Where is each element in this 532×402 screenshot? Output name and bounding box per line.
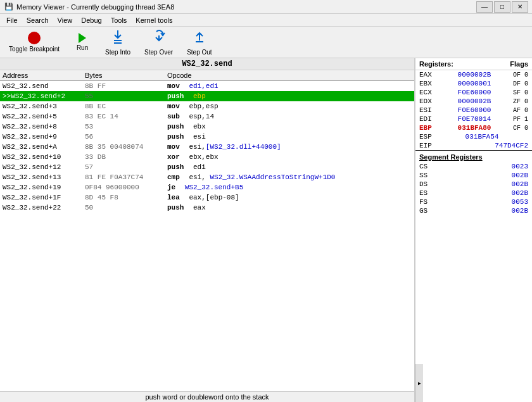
table-row[interactable]: WS2_32.send 8B FF mov edi,edi [0,81,414,91]
row-opcode: mov esi,[WS2_32.dll+44000] [167,143,412,151]
registers-header: Registers: Flags [415,58,532,70]
flags-label: Flags [510,60,528,68]
menu-debug[interactable]: Debug [77,15,105,25]
table-row[interactable]: WS2_32.send+10 33 DB xor ebx,ebx [0,152,414,162]
register-row-gs: GS 002B [415,206,532,215]
table-row[interactable]: WS2_32.send+A 8B 35 00408074 mov esi,[WS… [0,142,414,152]
window-title: Memory Viewer - Currently debugging thre… [16,3,476,11]
table-row[interactable]: WS2_32.send+5 83 EC 14 sub esp,14 [0,111,414,122]
step-out-icon [192,29,207,47]
maximize-button[interactable]: □ [494,1,510,13]
register-row-esp: ESP 031BFA54 [415,132,532,141]
register-row-ds: DS 002B [415,180,532,189]
register-row-esi: ESI F0E60000 AF 0 [415,106,532,115]
row-opcode: push ebp [167,92,412,100]
table-row[interactable]: WS2_32.send+12 57 push edi [0,162,414,172]
row-opcode: cmp esi, WS2_32.WSAAddressToStringW+1D0 [167,173,412,181]
row-bytes: 33 DB [85,153,167,161]
table-row[interactable]: >>WS2_32.send+2 55 push ebp [0,91,414,101]
table-row[interactable]: WS2_32.send+8 53 push ebx [0,122,414,132]
disassembly-panel: WS2_32.send Address Bytes Opcode WS2_32.… [0,58,415,402]
register-row-es: ES 002B [415,189,532,198]
table-row[interactable]: WS2_32.send+19 0F84 96000000 je WS2_32.s… [0,182,414,192]
register-row-ebx: EBX 00000001 DF 0 [415,79,532,88]
row-opcode: sub esp,14 [167,113,412,120]
register-row-eax: EAX 0000002B OF 0 [415,70,532,79]
table-row[interactable]: WS2_32.send+13 81 FE F0A37C74 cmp esi, W… [0,172,414,182]
toggle-breakpoint-label: Toggle Breakpoint [9,46,60,53]
register-row-cs: CS 0023 [415,162,532,171]
main-area: WS2_32.send Address Bytes Opcode WS2_32.… [0,58,532,402]
row-opcode: mov edi,edi [167,82,412,90]
row-address: WS2_32.send+19 [3,184,85,191]
register-row-fs: FS 0053 [415,198,532,206]
row-bytes: 53 [85,123,167,130]
row-address: WS2_32.send+A [3,143,85,151]
disasm-scroll-area[interactable]: WS2_32.send 8B FF mov edi,edi >>WS2_32.s… [0,81,414,391]
window-controls: — □ ✕ [476,1,528,13]
segment-registers-header: Segment Registers [415,150,532,162]
row-bytes: 8B EC [85,103,167,110]
breakpoint-icon [28,32,41,44]
step-over-button[interactable]: Step Over [141,28,177,57]
step-out-button[interactable]: Step Out [183,28,215,57]
menu-kernel-tools[interactable]: Kernel tools [132,15,176,25]
step-out-label: Step Out [187,49,212,56]
row-address: WS2_32.send+12 [3,163,85,171]
registers-panel: Registers: Flags EAX 0000002B OF 0 EBX 0… [415,58,532,402]
menu-file[interactable]: File [3,15,22,25]
run-label: Run [77,44,88,51]
col-header-bytes: Bytes [85,72,167,79]
register-row-ebp: EBP 031BFA80 CF 0 [415,123,532,132]
toolbar: Toggle Breakpoint Run Step Into Step Ove… [0,27,532,58]
row-address: WS2_32.send+5 [3,113,85,120]
table-row[interactable]: WS2_32.send+1F 8D 45 F8 lea eax,[ebp-08] [0,192,414,203]
row-bytes: 81 FE F0A37C74 [85,173,167,181]
close-button[interactable]: ✕ [512,1,528,13]
row-bytes: 8B FF [85,82,167,90]
minimize-button[interactable]: — [476,1,493,13]
titlebar: 💾 Memory Viewer - Currently debugging th… [0,0,532,14]
registers-list: EAX 0000002B OF 0 EBX 00000001 DF 0 ECX … [415,70,532,364]
row-opcode: push esi [167,133,412,141]
registers-label: Registers: [419,60,453,68]
register-row-edx: EDX 0000002B ZF 0 [415,97,532,106]
row-address: WS2_32.send+3 [3,103,85,110]
row-opcode: xor ebx,ebx [167,153,412,161]
row-bytes: 8D 45 F8 [85,194,167,201]
row-bytes: 57 [85,163,167,171]
status-bar: push word or doubleword onto the stack [0,391,414,402]
row-bytes: 56 [85,133,167,141]
step-into-icon [110,29,125,47]
row-bytes: 50 [85,204,167,211]
row-bytes: 55 [85,92,167,100]
toggle-breakpoint-button[interactable]: Toggle Breakpoint [5,30,63,54]
app-icon: 💾 [4,2,14,12]
run-button[interactable]: Run [70,32,95,53]
row-address: WS2_32.send+1F [3,194,85,201]
row-opcode: push edi [167,163,412,171]
row-opcode: push eax [167,204,412,211]
table-row[interactable]: WS2_32.send+22 50 push eax [0,203,414,213]
row-address: WS2_32.send+9 [3,133,85,141]
row-opcode: push ebx [167,123,412,130]
table-row[interactable]: WS2_32.send+9 56 push esi [0,132,414,142]
step-into-button[interactable]: Step Into [101,28,134,57]
menu-tools[interactable]: Tools [107,15,131,25]
register-row-eip: EIP 747D4CF2 [415,141,532,150]
col-header-address: Address [3,72,85,79]
table-row[interactable]: WS2_32.send+3 8B EC mov ebp,esp [0,101,414,111]
register-row-edi: EDI F0E70014 PF 1 [415,115,532,123]
row-bytes: 83 EC 14 [85,113,167,120]
col-header-opcode: Opcode [167,72,412,79]
row-bytes: 0F84 96000000 [85,184,167,191]
expand-button[interactable]: ▶ [415,364,423,402]
menu-view[interactable]: View [54,15,77,25]
run-icon [79,33,86,43]
row-opcode: lea eax,[ebp-08] [167,194,412,201]
disasm-column-headers: Address Bytes Opcode [0,70,414,81]
menu-search[interactable]: Search [23,15,53,25]
step-into-label: Step Into [105,49,130,56]
function-header: WS2_32.send [0,58,414,70]
row-address: WS2_32.send+10 [3,153,85,161]
